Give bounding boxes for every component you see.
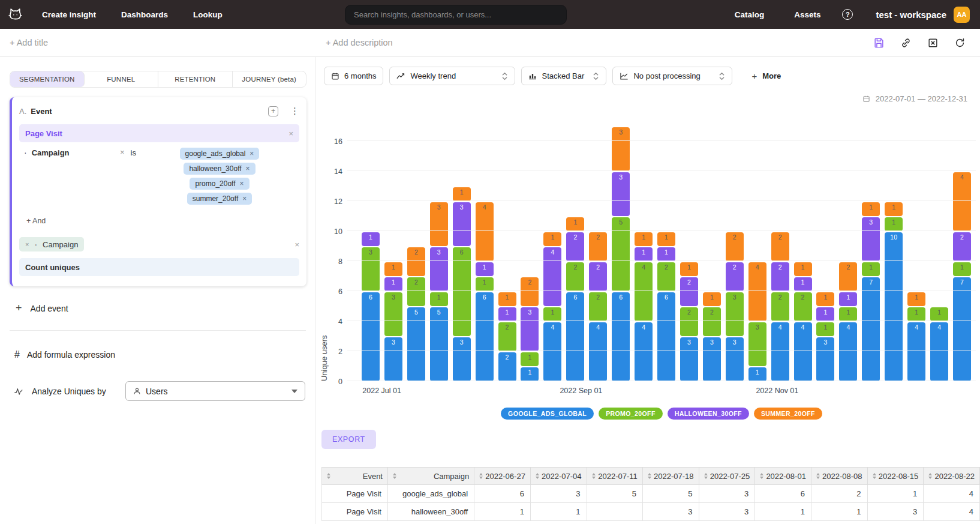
add-and-filter-button[interactable]: + And <box>26 217 46 225</box>
legend-item[interactable]: GOOGLE_ADS_GLOBAL <box>501 408 594 420</box>
bar-segment[interactable]: 3 <box>453 337 471 381</box>
stacked-bar[interactable]: 522 <box>407 247 425 381</box>
column-header[interactable]: 2022-07-25 <box>699 468 755 485</box>
bar-segment[interactable]: 4 <box>589 322 607 381</box>
bar-segment[interactable]: 1 <box>907 292 925 306</box>
bar-segment[interactable]: 6 <box>566 292 584 381</box>
bar-segment[interactable]: 1 <box>635 247 653 261</box>
bar-segment[interactable]: 2 <box>589 292 607 321</box>
column-header[interactable]: 2022-08-08 <box>811 468 867 485</box>
bar-segment[interactable]: 2 <box>680 307 698 336</box>
more-button[interactable]: + More <box>751 71 781 81</box>
bar-segment[interactable]: 3 <box>612 127 630 171</box>
bar-segment[interactable]: 3 <box>703 337 721 381</box>
bar-segment[interactable]: 1 <box>862 262 880 276</box>
bar-segment[interactable]: 6 <box>657 292 675 381</box>
bar-segment[interactable]: 2 <box>771 232 789 261</box>
bar-segment[interactable]: 1 <box>816 292 834 306</box>
bar-segment[interactable]: 1 <box>885 202 903 216</box>
stacked-bar[interactable]: 3322 <box>726 232 744 381</box>
bar-segment[interactable]: 1 <box>953 262 971 276</box>
bar-segment[interactable]: 4 <box>748 262 766 321</box>
tab-retention[interactable]: RETENTION <box>158 71 233 87</box>
remove-breakdown-row-icon[interactable]: × <box>294 240 299 249</box>
analyze-by-select[interactable]: Users <box>125 381 305 401</box>
filter-value-tag[interactable]: google_ads_global× <box>180 148 260 160</box>
bar-segment[interactable]: 1 <box>635 232 653 246</box>
stacked-bar[interactable]: 3111 <box>816 292 834 381</box>
bar-segment[interactable]: 3 <box>453 202 471 246</box>
bar-segment[interactable]: 3 <box>726 292 744 336</box>
bar-segment[interactable]: 1 <box>839 307 857 321</box>
filter-value-tag[interactable]: promo_20off× <box>190 178 249 190</box>
bar-segment[interactable]: 4 <box>771 322 789 381</box>
sort-icon[interactable] <box>536 471 539 481</box>
bar-segment[interactable]: 2 <box>703 307 721 336</box>
nav-assets[interactable]: Assets <box>794 10 820 19</box>
bar-segment[interactable]: 2 <box>589 262 607 291</box>
bar-segment[interactable]: 10 <box>885 232 903 381</box>
bar-segment[interactable]: 7 <box>862 277 880 381</box>
bar-segment[interactable]: 1 <box>384 262 402 276</box>
bar-segment[interactable]: 1 <box>839 292 857 306</box>
filter-value-tag[interactable]: halloween_30off× <box>184 163 255 175</box>
workspace-name[interactable]: test - workspace <box>876 10 946 20</box>
filter-value-tag[interactable]: summer_20off× <box>187 193 252 205</box>
bar-segment[interactable]: 1 <box>543 232 561 246</box>
bar-segment[interactable]: 1 <box>816 322 834 336</box>
column-header[interactable]: 2022-08-22 <box>924 468 980 485</box>
bar-segment[interactable]: 1 <box>384 277 402 291</box>
bar-segment[interactable]: 1 <box>453 187 471 201</box>
filter-operator[interactable]: is <box>131 148 136 157</box>
bar-segment[interactable]: 1 <box>748 367 766 381</box>
bar-segment[interactable]: 1 <box>498 307 516 321</box>
bar-segment[interactable]: 4 <box>930 322 948 381</box>
bar-segment[interactable]: 1 <box>362 232 380 246</box>
column-header[interactable]: 2022-08-01 <box>755 468 811 485</box>
add-event-button[interactable]: + Add event <box>16 302 68 315</box>
refresh-icon[interactable] <box>954 37 966 49</box>
bar-segment[interactable]: 1 <box>476 262 494 276</box>
remove-breakdown-icon[interactable]: × <box>25 241 29 248</box>
bar-segment[interactable]: 2 <box>498 322 516 351</box>
bar-segment[interactable]: 6 <box>612 292 630 381</box>
bar-segment[interactable]: 3 <box>726 337 744 381</box>
bar-segment[interactable]: 1 <box>907 307 925 321</box>
stacked-bar[interactable]: 5133 <box>430 202 448 381</box>
stacked-bar[interactable]: 631 <box>362 232 380 381</box>
bar-segment[interactable]: 3 <box>384 292 402 336</box>
remove-tag-icon[interactable]: × <box>249 149 254 158</box>
bar-segment[interactable]: 2 <box>589 232 607 261</box>
help-icon[interactable]: ? <box>842 9 853 20</box>
legend-item[interactable]: SUMMER_20OFF <box>754 408 822 420</box>
nav-catalog[interactable]: Catalog <box>735 10 765 19</box>
bar-segment[interactable]: 2 <box>566 262 584 291</box>
remove-tag-icon[interactable]: × <box>240 179 244 188</box>
column-header[interactable]: 2022-07-11 <box>587 468 642 485</box>
sort-icon[interactable] <box>327 471 330 481</box>
stacked-bar[interactable]: 3311 <box>384 262 402 381</box>
remove-filter-icon[interactable]: × <box>120 148 125 157</box>
search-input[interactable] <box>345 5 567 25</box>
bar-segment[interactable]: 4 <box>543 322 561 381</box>
bar-segment[interactable]: 1 <box>543 307 561 321</box>
bar-segment[interactable]: 7 <box>953 277 971 381</box>
sort-icon[interactable] <box>760 471 763 481</box>
save-icon[interactable] <box>873 37 885 49</box>
bar-segment[interactable]: 1 <box>703 292 721 306</box>
add-description-button[interactable]: + Add description <box>326 38 393 47</box>
nav-create-insight[interactable]: Create insight <box>42 10 96 19</box>
stacked-bar[interactable]: 7124 <box>953 172 971 381</box>
bar-segment[interactable]: 2 <box>498 352 516 381</box>
sort-icon[interactable] <box>928 471 932 481</box>
stacked-bar[interactable]: 1011 <box>885 202 903 381</box>
bar-segment[interactable]: 1 <box>680 262 698 276</box>
bar-segment[interactable]: 1 <box>794 277 812 291</box>
bar-segment[interactable]: 3 <box>521 307 539 351</box>
bar-segment[interactable]: 4 <box>635 322 653 381</box>
stacked-bar[interactable]: 3631 <box>453 187 471 381</box>
sort-icon[interactable] <box>592 471 596 481</box>
bar-segment[interactable]: 1 <box>885 217 903 231</box>
bar-segment[interactable]: 1 <box>476 277 494 291</box>
event-select[interactable]: Page Visit × <box>19 124 299 142</box>
